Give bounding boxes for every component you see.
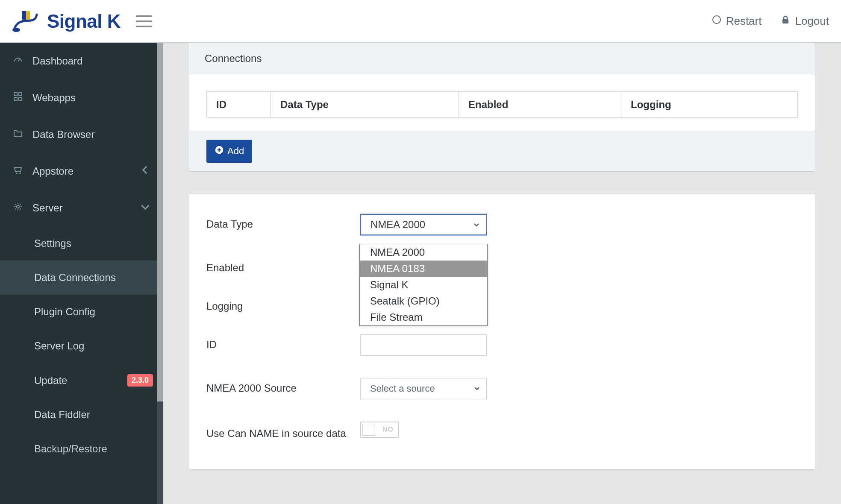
col-data-type: Data Type [271,92,459,118]
sidebar-item-settings[interactable]: Settings [0,226,163,261]
nav-label: Data Fiddler [34,409,90,421]
speedometer-icon [13,55,23,67]
gear-icon [13,202,23,214]
main-content: Connections ID Data Type Enabled Logging [163,43,841,504]
label-use-can: Use Can NAME in source data [206,422,360,441]
logout-label: Logout [795,15,829,28]
svg-point-14 [20,173,21,174]
app-header: Signal K Restart Logout [0,0,841,43]
svg-point-2 [12,28,20,32]
restart-button[interactable]: Restart [712,15,762,28]
row-source: NMEA 2000 Source Select a source [206,378,798,399]
sidebar-item-server[interactable]: Server [0,190,163,226]
data-type-selected: NMEA 2000 [371,219,425,231]
data-type-option[interactable]: File Stream [360,309,487,325]
connections-card: Connections ID Data Type Enabled Logging [189,43,815,172]
sidebar-item-plugin-config[interactable]: Plugin Config [0,295,163,329]
cart-icon [13,165,23,178]
label-data-type: Data Type [206,214,360,230]
nav-label: Server [32,202,63,214]
nav-label: Data Browser [32,129,94,141]
svg-rect-12 [19,97,22,100]
update-badge: 2.3.0 [127,374,153,387]
brand-text: Signal K [47,11,121,32]
sidebar-scrollbar[interactable] [157,43,163,504]
nav-label: Plugin Config [34,306,95,318]
label-source: NMEA 2000 Source [206,378,360,394]
svg-rect-1 [22,11,26,20]
svg-rect-7 [782,19,788,23]
col-logging: Logging [621,92,798,118]
logout-button[interactable]: Logout [780,15,829,28]
add-button[interactable]: Add [206,140,252,163]
sidebar-item-server-log[interactable]: Server Log [0,329,163,363]
add-button-label: Add [227,146,244,157]
sidebar-item-webapps[interactable]: Webapps [0,79,163,116]
nav-label: Webapps [32,92,76,104]
sidebar-item-data-browser[interactable]: Data Browser [0,116,163,153]
svg-point-15 [17,205,19,208]
scrollbar-thumb[interactable] [157,43,163,401]
restart-label: Restart [726,15,762,28]
sidebar-item-dashboard[interactable]: Dashboard [0,43,163,79]
chevron-down-icon [140,202,150,214]
brand: Signal K [12,9,121,34]
label-logging: Logging [206,296,360,312]
svg-point-13 [16,173,18,174]
folder-icon [13,128,23,141]
row-logging: Logging [206,296,798,312]
sidebar: Dashboard Webapps Data Browser Appstore … [0,43,163,504]
chevron-left-icon [140,165,150,178]
data-type-select[interactable]: NMEA 2000 [360,214,487,235]
lock-icon [780,15,791,28]
nav-label: Backup/Restore [34,443,107,455]
nav-label: Update [34,375,67,387]
sidebar-item-backup-restore[interactable]: Backup/Restore [0,432,163,455]
sidebar-item-data-connections[interactable]: Data Connections [0,261,163,295]
col-enabled: Enabled [459,92,621,118]
nav-label: Appstore [32,165,74,177]
sidebar-item-data-fiddler[interactable]: Data Fiddler [0,398,163,432]
connections-card-title: Connections [189,43,815,74]
brand-logo-icon [12,9,39,34]
svg-line-8 [18,59,20,62]
row-id: ID [206,334,798,356]
nav-label: Settings [34,237,71,249]
source-selected: Select a source [370,383,435,394]
data-type-dropdown: NMEA 2000NMEA 0183Signal KSeatalk (GPIO)… [359,244,488,326]
data-type-option[interactable]: Seatalk (GPIO) [360,293,487,309]
sidebar-item-appstore[interactable]: Appstore [0,153,163,190]
svg-rect-10 [19,93,22,96]
plus-circle-icon [215,145,224,157]
connection-form-card: Data Type NMEA 2000 NMEA 2000NMEA 0183Si… [189,194,815,470]
sidebar-item-update[interactable]: Update 2.3.0 [0,363,163,398]
hamburger-icon [136,14,152,29]
col-id: ID [207,92,271,118]
use-can-toggle[interactable]: NO [360,422,399,438]
connections-table: ID Data Type Enabled Logging [206,91,798,118]
restart-icon [712,15,722,28]
svg-point-6 [713,16,720,23]
nav-label: Dashboard [32,55,82,67]
label-enabled: Enabled [206,258,360,274]
data-type-select-wrap: NMEA 2000 NMEA 2000NMEA 0183Signal KSeat… [360,214,488,235]
toggle-knob [362,424,374,436]
id-field[interactable] [360,334,487,356]
nav-label: Server Log [34,340,84,352]
source-select[interactable]: Select a source [360,378,487,399]
grid-icon [13,91,23,104]
svg-rect-9 [14,93,17,96]
row-data-type: Data Type NMEA 2000 NMEA 2000NMEA 0183Si… [206,214,798,235]
chevron-down-icon [473,219,480,231]
sidebar-toggle[interactable] [132,11,156,32]
row-enabled: Enabled [206,258,798,274]
svg-rect-11 [14,97,17,100]
toggle-label: NO [382,426,394,434]
data-type-option[interactable]: NMEA 0183 [360,261,487,277]
chevron-down-icon [473,383,480,394]
data-type-option[interactable]: Signal K [360,277,487,293]
nav-label: Data Connections [34,272,116,284]
label-id: ID [206,334,360,351]
data-type-option[interactable]: NMEA 2000 [360,244,487,261]
row-use-can: Use Can NAME in source data NO [206,422,798,441]
